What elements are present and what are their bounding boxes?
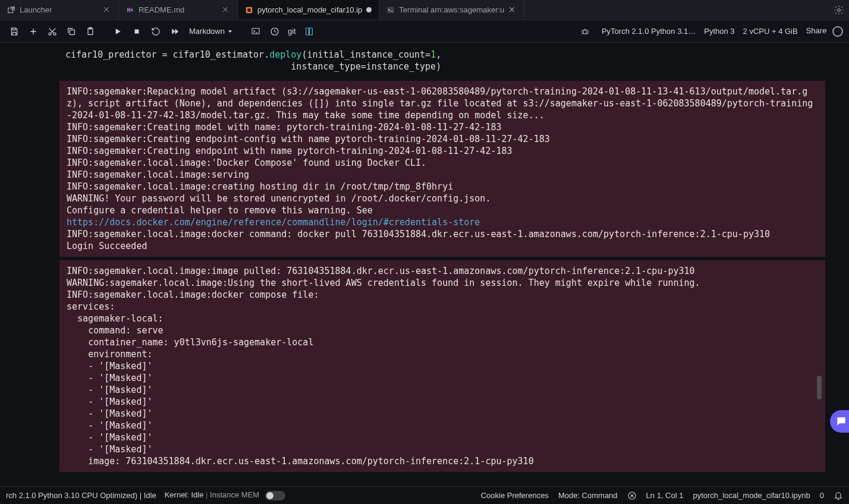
svg-rect-2 xyxy=(247,8,250,11)
schedule-button[interactable] xyxy=(266,23,283,40)
kernel-selector[interactable]: Python 3 xyxy=(704,27,734,36)
svg-rect-11 xyxy=(252,28,259,33)
cluster-selector[interactable]: PyTorch 2.1.0 Python 3.1… xyxy=(602,27,696,36)
instance-selector[interactable]: 2 vCPU + 4 GiB xyxy=(743,27,798,36)
terminal-icon xyxy=(386,6,395,14)
close-icon[interactable] xyxy=(103,6,111,14)
cell-output-1: INFO:sagemaker:Repacking model artifact … xyxy=(59,81,825,257)
copy-button[interactable] xyxy=(63,23,80,40)
insert-cell-button[interactable] xyxy=(25,23,42,40)
toolbar-right: PyTorch 2.1.0 Python 3.1… Python 3 2 vCP… xyxy=(577,23,843,40)
cell-type-selector[interactable]: Markdown xyxy=(185,27,237,36)
cell-output-2: INFO:sagemaker.local.image:image pulled:… xyxy=(59,260,825,472)
svg-rect-10 xyxy=(135,29,139,33)
notification-count[interactable]: 0 xyxy=(820,491,824,500)
notebook-area: cifar10_predictor = cifar10_estimator.de… xyxy=(0,43,849,486)
file-name: pytorch_local_mode_cifar10.ipynb xyxy=(693,491,810,500)
cookie-preferences[interactable]: Cookie Preferences xyxy=(481,491,549,500)
chevron-down-icon xyxy=(227,29,233,34)
status-bar: rch 2.1.0 Python 3.10 CPU Optimized) | I… xyxy=(0,486,849,504)
paste-button[interactable] xyxy=(82,23,99,40)
close-icon[interactable] xyxy=(222,6,230,14)
markdown-icon xyxy=(126,6,134,14)
svg-rect-3 xyxy=(387,7,394,13)
save-button[interactable] xyxy=(6,23,23,40)
status-runtime[interactable]: rch 2.1.0 Python 3.10 CPU Optimized) | I… xyxy=(6,491,156,500)
tab-label: pytorch_local_mode_cifar10.ip xyxy=(257,5,362,14)
tab-launcher[interactable]: Launcher xyxy=(0,0,119,20)
restart-button[interactable] xyxy=(147,23,164,40)
tab-bar: Launcher README.md pytorch_local_mode_ci… xyxy=(0,0,849,20)
svg-rect-14 xyxy=(309,28,312,35)
svg-rect-7 xyxy=(70,30,74,34)
code-cell[interactable]: cifar10_predictor = cifar10_estimator.de… xyxy=(59,45,825,81)
trust-icon[interactable] xyxy=(627,491,637,500)
cut-button[interactable] xyxy=(44,23,61,40)
status-kernel[interactable]: Kernel: Idle | Instance MEM xyxy=(165,490,285,500)
svg-point-15 xyxy=(583,30,587,34)
tab-terminal[interactable]: Terminal arn:aws:sagemaker:u xyxy=(379,0,524,20)
tab-readme[interactable]: README.md xyxy=(119,0,238,20)
run-button[interactable] xyxy=(109,23,126,40)
notebook-toolbar: Markdown git PyTorch 2.1.0 Python 3.1… P… xyxy=(0,20,849,43)
svg-rect-13 xyxy=(306,28,309,35)
tab-label: Terminal arn:aws:sagemaker:u xyxy=(399,5,504,14)
mem-toggle[interactable] xyxy=(265,491,285,500)
docs-link[interactable]: https://docs.docker.com/engine/reference… xyxy=(67,217,480,228)
chat-fab[interactable] xyxy=(830,410,849,433)
bug-icon[interactable] xyxy=(577,23,593,40)
scrollbar-thumb[interactable] xyxy=(817,376,822,399)
tab-notebook[interactable]: pytorch_local_mode_cifar10.ip xyxy=(238,0,379,20)
cell-type-label: Markdown xyxy=(189,27,225,36)
diff-button[interactable] xyxy=(301,23,317,40)
svg-point-4 xyxy=(838,8,841,11)
cursor-position: Ln 1, Col 1 xyxy=(646,491,684,500)
notebook-icon xyxy=(245,6,253,14)
tab-label: Launcher xyxy=(20,5,99,14)
external-link-icon xyxy=(7,6,15,14)
share-button[interactable]: Share xyxy=(806,26,843,37)
editor-mode: Mode: Command xyxy=(558,491,618,500)
git-button[interactable]: git xyxy=(285,23,298,40)
interrupt-button[interactable] xyxy=(128,23,145,40)
terminal-toolbar-button[interactable] xyxy=(247,23,264,40)
tab-label: README.md xyxy=(139,5,218,14)
modified-indicator-icon xyxy=(366,7,372,12)
bell-icon[interactable] xyxy=(834,491,843,500)
settings-button[interactable] xyxy=(829,0,849,20)
close-icon[interactable] xyxy=(508,6,517,14)
kernel-status-icon xyxy=(832,26,843,37)
restart-run-all-button[interactable] xyxy=(166,23,183,40)
